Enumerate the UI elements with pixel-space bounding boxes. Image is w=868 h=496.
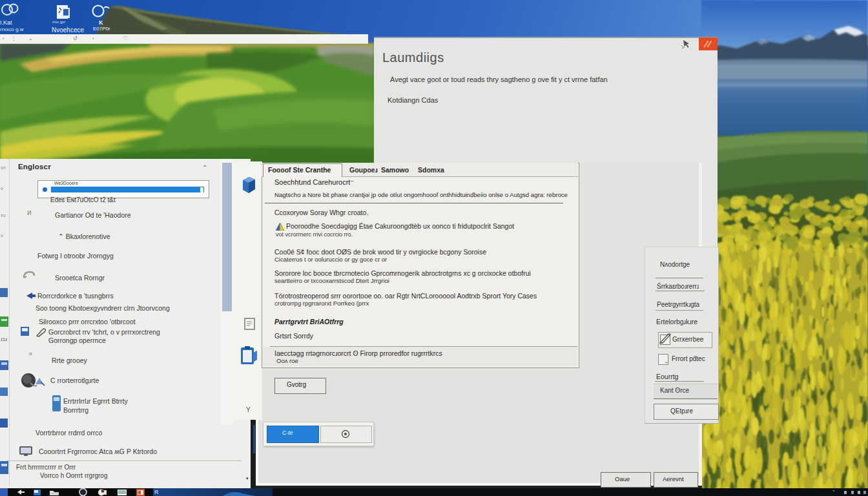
svg-text:K: K — [99, 19, 103, 26]
